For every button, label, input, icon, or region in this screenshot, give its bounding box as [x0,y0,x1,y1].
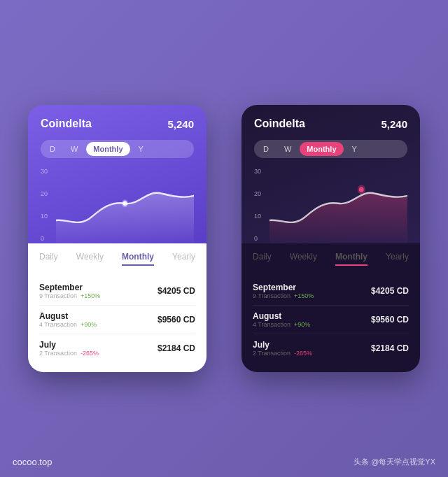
dark-card-amount: 5,240 [381,118,407,130]
table-row: September 9 Transaction +150% $4205 CD [253,277,409,306]
dark-tx-left-3: July 2 Transaction -265% [253,340,312,357]
dark-tab-daily[interactable]: Daily [253,252,272,266]
table-row: July 2 Transaction -265% $2184 CD [253,334,409,362]
dark-tx-month-1: September [253,283,314,292]
tx-left-1: September 9 Transaction +150% [39,283,100,299]
tx-change-2: +90% [80,321,97,328]
dark-card-bottom: Daily Weekly Monthly Yearly September 9 … [241,243,420,372]
dark-tx-change-1: +150% [294,292,314,299]
watermark-right: 头条 @每天学点视觉YX [354,457,435,467]
table-row: August 4 Transaction +90% $9560 CD [253,306,409,334]
light-chart-y-labels: 30 20 10 0 [41,166,48,243]
light-y-30: 30 [41,168,48,175]
dark-chart-svg [270,166,407,243]
dark-tx-amount-1: $4205 CD [371,286,409,296]
dark-tx-sub-3: 2 Transaction -265% [253,350,312,357]
light-card-top: Coindelta 5,240 D W Monthly Y 30 20 10 0 [28,105,206,243]
light-filter-y[interactable]: Y [132,142,150,156]
dark-tx-amount-2: $9560 CD [371,315,409,325]
dark-tx-amount-3: $2184 CD [371,343,409,353]
dark-tab-weekly[interactable]: Weekly [290,252,317,266]
tx-sub-2: 4 Transaction +90% [39,321,97,328]
dark-card: Coindelta 5,240 D W Monthly Y 30 20 10 0 [241,105,420,372]
light-filter-w[interactable]: W [64,142,85,156]
tx-change-1: +150% [80,292,100,299]
light-chart-svg-wrap [56,166,194,243]
dark-chart-dot-inner [359,187,364,192]
dark-bottom-tabs: Daily Weekly Monthly Yearly [253,252,409,270]
table-row: August 4 Transaction +90% $9560 CD [39,306,195,334]
dark-tx-change-3: -265% [294,350,312,357]
light-y-10: 10 [41,213,48,220]
light-filter-d[interactable]: D [43,142,62,156]
light-tab-yearly[interactable]: Yearly [172,252,195,266]
light-y-0: 0 [41,235,48,242]
tx-left-2: August 4 Transaction +90% [39,311,97,328]
table-row: July 2 Transaction -265% $2184 CD [39,334,195,362]
dark-tx-sub-1: 9 Transaction +150% [253,292,314,299]
dark-tx-change-2: +90% [294,321,310,328]
light-chart-svg [56,166,194,243]
dark-chart-y-labels: 30 20 10 0 [254,166,261,243]
light-bottom-tabs: Daily Weekly Monthly Yearly [39,252,195,270]
light-tab-daily[interactable]: Daily [39,252,58,266]
dark-tx-month-2: August [253,311,310,321]
dark-filter-w[interactable]: W [277,142,298,156]
light-y-20: 20 [41,190,48,197]
tx-sub-3: 2 Transaction -265% [39,350,99,357]
light-card-title: Coindelta [41,118,92,130]
dark-card-header: Coindelta 5,240 [254,118,407,130]
light-card-amount: 5,240 [167,118,194,130]
dark-y-20: 20 [254,190,261,197]
dark-tx-left-1: September 9 Transaction +150% [253,283,314,299]
light-chart: 30 20 10 0 [41,166,194,243]
light-card: Coindelta 5,240 D W Monthly Y 30 20 10 0 [28,105,206,372]
dark-y-30: 30 [254,168,261,175]
dark-filter-d[interactable]: D [256,142,276,156]
light-tab-weekly[interactable]: Weekly [76,252,104,266]
dark-tab-yearly[interactable]: Yearly [386,252,409,266]
light-time-filter: D W Monthly Y [41,140,194,158]
dark-tx-left-2: August 4 Transaction +90% [253,311,310,328]
light-card-header: Coindelta 5,240 [41,118,194,130]
tx-amount-2: $9560 CD [158,315,195,325]
dark-y-10: 10 [254,213,261,220]
tx-month-3: July [39,340,99,350]
table-row: September 9 Transaction +150% $4205 CD [39,277,195,306]
tx-amount-3: $2184 CD [158,343,195,353]
tx-amount-1: $4205 CD [158,286,195,296]
dark-tx-sub-2: 4 Transaction +90% [253,321,310,328]
dark-chart: 30 20 10 0 [254,166,407,243]
page-wrapper: Coindelta 5,240 D W Monthly Y 30 20 10 0 [0,0,448,477]
dark-chart-fill [270,193,407,243]
tx-month-1: September [39,283,100,292]
dark-y-0: 0 [254,235,261,242]
watermark-left: cocoo.top [13,457,52,467]
dark-tab-monthly[interactable]: Monthly [335,252,368,266]
light-card-bottom: Daily Weekly Monthly Yearly September 9 … [28,243,206,372]
tx-month-2: August [39,311,97,321]
light-chart-dot-inner [123,201,127,206]
tx-sub-1: 9 Transaction +150% [39,292,100,299]
dark-card-top: Coindelta 5,240 D W Monthly Y 30 20 10 0 [241,105,420,243]
tx-change-3: -265% [80,350,99,357]
tx-left-3: July 2 Transaction -265% [39,340,99,357]
light-tab-monthly[interactable]: Monthly [122,252,154,266]
dark-time-filter: D W Monthly Y [254,140,407,158]
light-filter-monthly[interactable]: Monthly [86,142,130,156]
dark-filter-y[interactable]: Y [345,142,364,156]
dark-card-title: Coindelta [254,118,305,130]
dark-chart-svg-wrap [270,166,407,243]
dark-tx-month-3: July [253,340,312,350]
dark-filter-monthly[interactable]: Monthly [300,142,343,156]
